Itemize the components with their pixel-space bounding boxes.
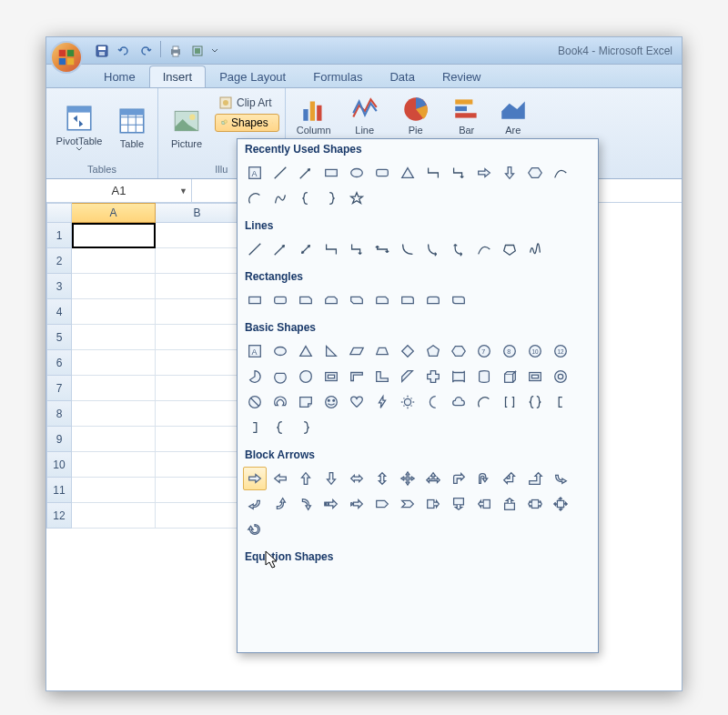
shape-right-brace-icon[interactable] (319, 186, 343, 210)
shape-bent-up-arrow-icon[interactable] (523, 467, 547, 490)
shape-curve-icon[interactable] (549, 161, 572, 185)
shape-curved-arrow-icon[interactable] (421, 237, 445, 261)
tab-review[interactable]: Review (429, 65, 495, 87)
row-header[interactable]: 3 (46, 274, 72, 299)
shape-left-right-up-arrow-icon[interactable] (421, 467, 445, 490)
shape-pentagon-arrow-icon[interactable] (370, 492, 394, 516)
redo-button[interactable] (136, 41, 156, 61)
save-button[interactable] (92, 41, 112, 61)
cell[interactable] (156, 401, 239, 427)
shape-snip-diagonal-rect-icon[interactable] (345, 288, 369, 312)
shape-line-icon[interactable] (243, 237, 267, 261)
qat-dropdown[interactable] (209, 41, 220, 61)
row-header[interactable]: 6 (46, 350, 72, 376)
shape-left-arrow-icon[interactable] (268, 467, 292, 490)
shape-curved-connector-icon[interactable] (396, 237, 420, 261)
shape-chevron-icon[interactable] (396, 492, 420, 516)
shape-down-arrow-icon[interactable] (498, 161, 521, 185)
cell[interactable] (72, 350, 156, 376)
row-header[interactable]: 4 (46, 299, 72, 325)
shape-chord-icon[interactable] (268, 365, 292, 388)
shape-parallelogram-icon[interactable] (345, 339, 369, 363)
shape-double-brace-icon[interactable] (523, 390, 547, 414)
tab-data[interactable]: Data (376, 65, 428, 87)
shape-triangle-icon[interactable] (294, 339, 318, 363)
shapes-button[interactable]: Shapes (215, 114, 279, 132)
cell[interactable] (156, 274, 239, 299)
shape-rounded-rect-icon[interactable] (268, 288, 292, 312)
shape-elbow-connector-icon[interactable] (421, 161, 445, 185)
shape-arrow-line-icon[interactable] (294, 161, 318, 185)
shape-donut-icon[interactable] (549, 365, 572, 388)
shape-curve-icon[interactable] (472, 237, 496, 261)
shape-hexagon-icon[interactable] (447, 339, 470, 363)
column-header[interactable]: A (72, 203, 156, 223)
shape-bevel-icon[interactable] (523, 365, 547, 388)
shape-trapezoid-icon[interactable] (370, 339, 394, 363)
shape-cube-icon[interactable] (498, 365, 521, 388)
shape-quad-arrow-callout-icon[interactable] (549, 492, 572, 516)
cell[interactable] (156, 503, 239, 529)
clipart-button[interactable]: Clip Art (215, 94, 279, 112)
qat-print-button[interactable] (166, 41, 186, 61)
shape-folded-corner-icon[interactable] (294, 390, 318, 414)
shape-cloud-icon[interactable] (447, 390, 470, 414)
row-header[interactable]: 12 (46, 503, 72, 529)
shape-elbow-connector-icon[interactable] (319, 237, 343, 261)
shape-block-arc-icon[interactable] (268, 390, 292, 414)
shape-frame-icon[interactable] (319, 365, 343, 388)
shape-moon-icon[interactable] (421, 390, 445, 414)
shape-left-bracket-icon[interactable] (549, 390, 572, 414)
shape-octagon-icon[interactable]: 8 (498, 339, 521, 363)
cell[interactable] (72, 325, 156, 350)
cell[interactable] (156, 452, 239, 478)
shape-right-brace-icon[interactable] (294, 416, 318, 439)
shape-u-turn-arrow-icon[interactable] (472, 467, 496, 490)
cell[interactable] (156, 376, 239, 401)
shape-elbow-arrow-icon[interactable] (447, 161, 470, 185)
shape-arc-icon[interactable] (472, 390, 496, 414)
shape-curved-double-arrow-icon[interactable] (447, 237, 470, 261)
cell[interactable] (156, 299, 239, 325)
shape-snip-same-side-rect-icon[interactable] (319, 288, 343, 312)
shape-up-down-arrow-icon[interactable] (370, 467, 394, 490)
shape-dodecagon-icon[interactable]: 12 (549, 339, 572, 363)
row-header[interactable]: 5 (46, 325, 72, 350)
cell[interactable] (156, 478, 239, 503)
chevron-down-icon[interactable]: ▼ (179, 186, 187, 196)
cell[interactable] (156, 248, 239, 274)
cell[interactable] (72, 299, 156, 325)
shape-curved-up-arrow-icon[interactable] (268, 492, 292, 516)
row-header[interactable]: 7 (46, 376, 72, 401)
shape-right-arrow-icon[interactable] (243, 467, 267, 490)
shape-scribble-icon[interactable] (523, 237, 547, 261)
shape-teardrop-icon[interactable] (294, 365, 318, 388)
shape-freeform-icon[interactable] (268, 186, 292, 210)
undo-button[interactable] (114, 41, 134, 61)
shape-rectangle-icon[interactable] (243, 288, 267, 312)
shape-no-symbol-icon[interactable] (243, 390, 267, 414)
shape-down-arrow-icon[interactable] (319, 467, 343, 490)
shape-bent-arrow-icon[interactable] (447, 467, 470, 490)
shape-notched-right-arrow-icon[interactable] (345, 492, 369, 516)
shape-star-icon[interactable] (345, 186, 369, 210)
shape-circular-arrow-icon[interactable] (243, 518, 267, 541)
cell[interactable] (72, 427, 156, 452)
shape-sun-icon[interactable] (396, 390, 420, 414)
shape-arc-icon[interactable] (243, 186, 267, 210)
shape-oval-icon[interactable] (345, 161, 369, 185)
shape-snip-corner-rect-icon[interactable] (294, 288, 318, 312)
shape-text-box-icon[interactable]: A (243, 339, 267, 363)
shape-round-diagonal-icon[interactable] (447, 288, 470, 312)
row-header[interactable]: 10 (46, 452, 72, 478)
shape-left-right-arrow-callout-icon[interactable] (523, 492, 547, 516)
tab-home[interactable]: Home (90, 65, 149, 87)
shape-elbow-double-arrow-icon[interactable] (370, 237, 394, 261)
column-header[interactable]: B (156, 203, 239, 223)
tab-page-layout[interactable]: Page Layout (206, 65, 299, 87)
shape-pie-icon[interactable] (243, 365, 267, 388)
row-header[interactable]: 1 (46, 223, 72, 248)
shape-half-frame-icon[interactable] (345, 365, 369, 388)
cell[interactable] (72, 503, 156, 529)
shape-left-brace-icon[interactable] (268, 416, 292, 439)
